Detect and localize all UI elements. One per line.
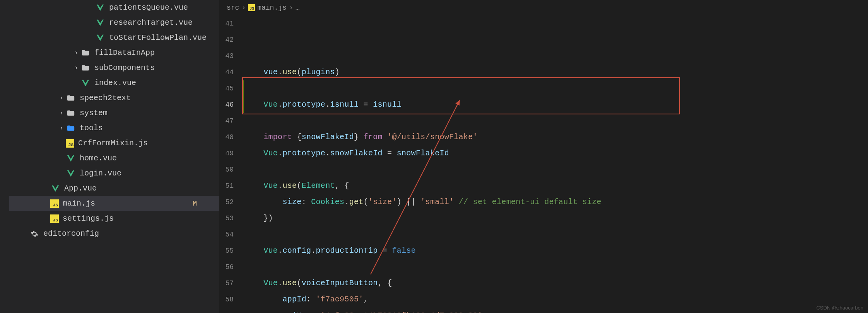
code-line[interactable]: Vue.prototype.snowFlakeId = snowFlakeId xyxy=(244,145,868,162)
file-label: main.js xyxy=(63,199,95,208)
file-tree-item[interactable]: editorconfig xyxy=(9,226,219,241)
line-number: 58 xyxy=(220,291,234,308)
folder-icon xyxy=(66,123,76,133)
chevron-right-icon[interactable]: › xyxy=(57,95,66,102)
breadcrumb-file[interactable]: main.js xyxy=(257,4,287,12)
file-tree-item[interactable]: ›tools xyxy=(9,121,219,136)
file-label: editorconfig xyxy=(43,229,99,238)
code-area[interactable]: 414243444546474849505152535455565758 vue… xyxy=(220,15,868,313)
line-number: 48 xyxy=(220,129,234,145)
chevron-right-icon[interactable]: › xyxy=(57,125,66,132)
chevron-right-icon[interactable]: › xyxy=(57,110,66,117)
file-label: settings.js xyxy=(63,214,114,223)
line-number: 53 xyxy=(220,210,234,226)
line-number: 52 xyxy=(220,194,234,210)
file-label: patientsQueue.vue xyxy=(109,3,188,12)
line-number: 51 xyxy=(220,178,234,194)
file-tree-item[interactable]: App.vue xyxy=(9,181,219,196)
editor-area: src › JS main.js › … 4142434445464748495… xyxy=(220,0,868,313)
file-label: login.vue xyxy=(80,169,121,178)
code-line[interactable]: import {snowFlakeId} from '@/utils/snowF… xyxy=(244,129,868,145)
code-line[interactable]: Vue.use(voiceInputButton, { xyxy=(244,275,868,291)
code-line[interactable]: Vue.prototype.isnull = isnull xyxy=(244,97,868,113)
breadcrumb-more[interactable]: … xyxy=(296,4,300,12)
line-number: 54 xyxy=(220,226,234,243)
file-tree-item[interactable]: ›fillDataInApp xyxy=(9,45,219,60)
vue-icon xyxy=(95,3,105,13)
file-label: App.vue xyxy=(64,184,97,193)
file-tree-item[interactable]: ›speech2text xyxy=(9,90,219,105)
js-icon: JS xyxy=(248,4,255,11)
file-tree-item[interactable]: patientsQueue.vue xyxy=(9,0,219,15)
breadcrumb-sep: › xyxy=(241,4,246,12)
code-line[interactable]: Vue.config.productionTip = false xyxy=(244,243,868,259)
line-number: 44 xyxy=(220,64,234,80)
code-line[interactable]: appId: 'f7ae9505', xyxy=(244,291,868,308)
line-number: 43 xyxy=(220,48,234,64)
file-tree: patientsQueue.vueresearchTarget.vuetoSta… xyxy=(0,0,219,313)
breadcrumb[interactable]: src › JS main.js › … xyxy=(220,0,868,15)
folder-icon xyxy=(80,48,91,58)
folder-icon xyxy=(66,108,76,118)
file-tree-item[interactable]: JSsettings.js xyxy=(9,211,219,226)
breadcrumb-src[interactable]: src xyxy=(227,4,239,12)
vue-icon xyxy=(50,184,60,194)
vue-icon xyxy=(66,168,76,179)
code-line[interactable]: size: Cookies.get('size') || 'small' // … xyxy=(244,194,868,210)
file-tree-item[interactable]: toStartFollowPlan.vue xyxy=(9,30,219,45)
vue-icon xyxy=(95,33,105,43)
code-line[interactable] xyxy=(244,259,868,275)
git-gutter-added xyxy=(242,80,244,113)
code-lines[interactable]: vue.use(plugins) Vue.prototype.isnull = … xyxy=(244,15,868,313)
file-tree-item[interactable]: home.vue xyxy=(9,151,219,166)
file-explorer-sidebar: patientsQueue.vueresearchTarget.vuetoSta… xyxy=(0,0,220,313)
code-line[interactable]: }) xyxy=(244,210,868,226)
chevron-right-icon[interactable]: › xyxy=(72,49,80,56)
code-line[interactable] xyxy=(244,162,868,178)
file-label: fillDataInApp xyxy=(94,48,155,57)
gear-icon xyxy=(29,229,39,239)
js-icon: JS xyxy=(50,214,59,223)
code-line[interactable]: Vue.use(Element, { xyxy=(244,178,868,194)
file-tree-item[interactable]: ›subComponents xyxy=(9,60,219,75)
file-tree-item[interactable]: login.vue xyxy=(9,166,219,181)
file-tree-item[interactable]: JSmain.jsM xyxy=(9,196,219,211)
line-number: 56 xyxy=(220,259,234,275)
line-number: 41 xyxy=(220,15,234,32)
folder-icon xyxy=(66,93,76,103)
code-line[interactable]: vue.use(plugins) xyxy=(244,64,868,80)
git-status-badge: M xyxy=(193,200,197,208)
folder-icon xyxy=(80,63,91,73)
vue-icon xyxy=(95,18,105,28)
file-label: CrfFormMixin.js xyxy=(78,139,148,148)
file-tree-item[interactable]: JSCrfFormMixin.js xyxy=(9,136,219,151)
file-label: researchTarget.vue xyxy=(109,18,193,27)
file-tree-item[interactable]: ›system xyxy=(9,105,219,121)
breadcrumb-sep: › xyxy=(289,4,293,12)
code-line[interactable] xyxy=(244,113,868,129)
vue-icon xyxy=(80,78,91,88)
file-label: subComponents xyxy=(94,63,155,72)
line-number: 57 xyxy=(220,275,234,291)
line-number: 46 xyxy=(220,97,234,113)
file-label: index.vue xyxy=(94,78,136,87)
line-number: 55 xyxy=(220,243,234,259)
line-number: 49 xyxy=(220,145,234,162)
code-line[interactable] xyxy=(244,80,868,97)
file-label: speech2text xyxy=(80,94,131,102)
file-tree-item[interactable]: researchTarget.vue xyxy=(9,15,219,30)
file-tree-item[interactable]: index.vue xyxy=(9,75,219,90)
line-number: 47 xyxy=(220,113,234,129)
file-label: tools xyxy=(80,124,103,133)
code-line[interactable] xyxy=(244,226,868,243)
line-number: 50 xyxy=(220,162,234,178)
line-number: 42 xyxy=(220,32,234,48)
code-line[interactable]: apiKey: '4afe23ca14b79218fb186c4d7e029c8… xyxy=(244,308,868,313)
chevron-right-icon[interactable]: › xyxy=(72,65,80,71)
js-icon: JS xyxy=(50,199,59,208)
line-number: 45 xyxy=(220,80,234,97)
vue-icon xyxy=(66,153,76,163)
js-icon: JS xyxy=(66,139,74,148)
line-number-gutter: 414243444546474849505152535455565758 xyxy=(220,15,244,313)
file-label: home.vue xyxy=(80,154,117,163)
